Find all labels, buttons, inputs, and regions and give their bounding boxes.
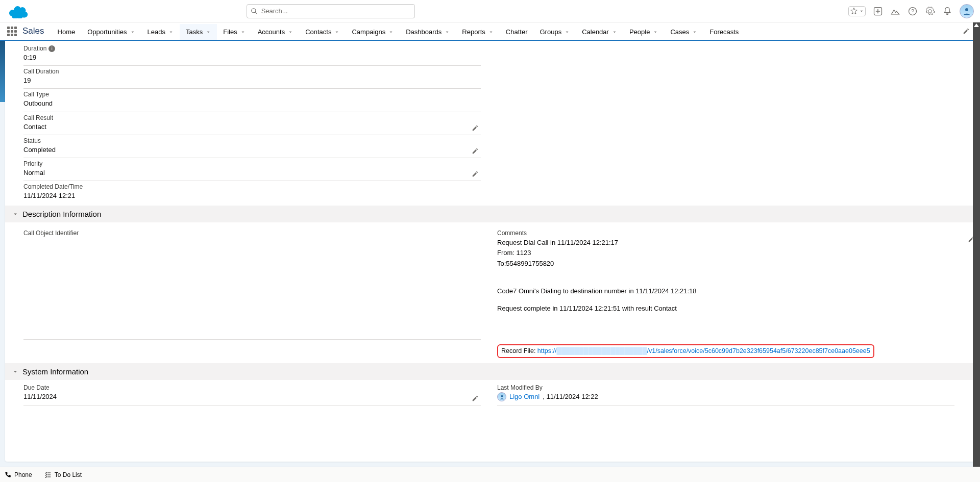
chevron-down-icon <box>130 30 135 35</box>
nav-item-groups[interactable]: Groups <box>534 22 576 40</box>
field-priority: Priority Normal <box>23 158 481 181</box>
field-last-modified-by: Last Modified By Ligo Omni, 11/11/2024 1… <box>497 382 954 405</box>
completed-dt-label: Completed Date/Time <box>23 183 481 190</box>
chevron-down-icon <box>12 369 18 375</box>
left-column: Durationi 0:19 Call Duration 19 Call Typ… <box>5 41 491 204</box>
field-call-result: Call Result Contact <box>23 112 481 135</box>
comments-line: Code7 Omni's Dialing to destination numb… <box>497 286 939 296</box>
lmb-user-link[interactable]: Ligo Omni <box>509 392 540 401</box>
global-search <box>247 4 415 18</box>
call-duration-value: 19 <box>23 75 481 87</box>
comments-value: Request Dial Call in 11/11/2024 12:21:17… <box>497 237 954 361</box>
priority-value: Normal <box>23 167 481 180</box>
nav-item-calendar[interactable]: Calendar <box>576 22 623 40</box>
call-result-label: Call Result <box>23 114 481 121</box>
call-duration-label: Call Duration <box>23 68 481 75</box>
nav-item-label: Dashboards <box>406 28 442 36</box>
chevron-down-icon <box>206 30 211 35</box>
chevron-down-icon <box>653 30 658 35</box>
nav-item-accounts[interactable]: Accounts <box>252 22 299 40</box>
info-icon[interactable]: i <box>48 45 55 52</box>
nav-item-forecasts[interactable]: Forecasts <box>703 22 745 40</box>
trailhead-icon[interactable] <box>890 6 900 16</box>
nav-item-contacts[interactable]: Contacts <box>299 22 346 40</box>
edit-icon[interactable] <box>472 124 479 132</box>
section-description[interactable]: Description Information <box>5 206 975 222</box>
user-avatar[interactable] <box>960 4 974 18</box>
salesforce-logo[interactable] <box>9 4 30 18</box>
favorites-button[interactable] <box>848 6 866 16</box>
nav-item-chatter[interactable]: Chatter <box>500 22 534 40</box>
sys-right: Last Modified By Ligo Omni, 11/11/2024 1… <box>491 380 975 405</box>
app-launcher-button[interactable] <box>5 22 18 40</box>
chevron-down-icon <box>168 30 174 35</box>
user-avatar-small <box>497 392 506 401</box>
field-duration: Durationi 0:19 <box>23 43 481 66</box>
nav-item-label: Contacts <box>305 28 331 36</box>
due-date-value: 11/11/2024 <box>23 391 481 403</box>
chevron-down-icon <box>12 211 18 217</box>
nav-item-home[interactable]: Home <box>52 22 82 40</box>
call-result-value: Contact <box>23 121 481 134</box>
page-body: Durationi 0:19 Call Duration 19 Call Typ… <box>0 41 980 467</box>
help-icon[interactable]: ? <box>908 6 918 16</box>
nav-item-cases[interactable]: Cases <box>664 22 703 40</box>
comments-line: To:5548991755820 <box>497 259 939 269</box>
nav-item-dashboards[interactable]: Dashboards <box>400 22 456 40</box>
nav-item-label: Leads <box>148 28 165 36</box>
app-name: Sales <box>18 22 52 40</box>
nav-item-reports[interactable]: Reports <box>456 22 500 40</box>
field-call-type: Call Type Outbound <box>23 89 481 112</box>
lmb-suffix: , 11/11/2024 12:22 <box>543 392 598 401</box>
chevron-down-icon <box>488 30 494 35</box>
comments-label: Comments <box>497 224 954 237</box>
chevron-down-icon <box>612 30 617 35</box>
nav-item-people[interactable]: People <box>623 22 664 40</box>
nav-item-opportunities[interactable]: Opportunities <box>81 22 141 40</box>
search-icon <box>251 8 258 15</box>
nav-edit-pencil[interactable] <box>960 22 973 40</box>
plus-icon[interactable] <box>873 6 883 16</box>
nav-item-files[interactable]: Files <box>217 22 251 40</box>
right-column-upper <box>491 41 975 204</box>
chevron-down-icon <box>565 30 570 35</box>
field-status: Status Completed <box>23 135 481 158</box>
nav-item-label: Files <box>223 28 237 36</box>
status-label: Status <box>23 137 481 144</box>
nav-item-label: Calendar <box>582 28 609 36</box>
notifications-icon[interactable] <box>942 6 952 16</box>
comments-line: From: 1123 <box>497 248 939 258</box>
section-description-title: Description Information <box>22 210 101 218</box>
nav-item-tasks[interactable]: Tasks <box>180 22 217 40</box>
nav-item-label: Chatter <box>506 28 528 36</box>
nav-item-label: People <box>629 28 650 36</box>
search-input[interactable] <box>247 4 415 18</box>
call-type-label: Call Type <box>23 91 481 98</box>
app-nav: Sales HomeOpportunitiesLeadsTasksFilesAc… <box>0 22 980 41</box>
setup-gear-icon[interactable] <box>925 6 935 16</box>
right-panel-collapse[interactable] <box>973 22 980 467</box>
field-due-date: Due Date 11/11/2024 <box>23 382 481 405</box>
record-file-link[interactable]: https://████████████████████/v1/salesfor… <box>537 347 870 354</box>
edit-icon[interactable] <box>472 395 479 402</box>
nav-item-campaigns[interactable]: Campaigns <box>346 22 400 40</box>
field-call-duration: Call Duration 19 <box>23 66 481 89</box>
lmb-value: Ligo Omni, 11/11/2024 12:22 <box>497 392 942 401</box>
nav-item-label: Opportunities <box>87 28 127 36</box>
nav-item-leads[interactable]: Leads <box>141 22 180 40</box>
nav-item-label: Cases <box>670 28 689 36</box>
comments-line: Request complete in 11/11/2024 12:21:51 … <box>497 303 939 314</box>
chevron-down-icon <box>288 30 293 35</box>
call-type-value: Outbound <box>23 98 481 110</box>
desc-right: Comments Request Dial Call in 11/11/2024… <box>491 222 975 361</box>
global-header: ? <box>0 0 980 22</box>
priority-label: Priority <box>23 160 481 167</box>
edit-icon[interactable] <box>472 170 479 177</box>
section-system[interactable]: System Information <box>5 363 975 380</box>
field-completed-datetime: Completed Date/Time 11/11/2024 12:21 <box>23 181 481 204</box>
edit-icon[interactable] <box>472 147 479 155</box>
header-actions: ? <box>848 4 974 18</box>
svg-point-4 <box>501 395 503 397</box>
completed-dt-value: 11/11/2024 12:21 <box>23 190 481 202</box>
due-date-label: Due Date <box>23 384 481 391</box>
